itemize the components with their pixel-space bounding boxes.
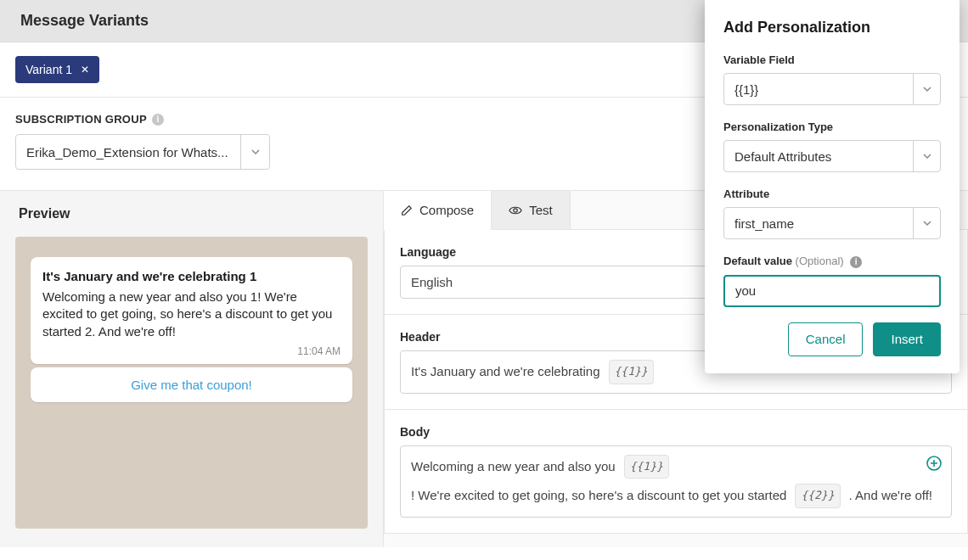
eye-icon <box>509 204 522 216</box>
body-text-b: ! We're excited to get going, so here's … <box>411 484 786 508</box>
svg-point-0 <box>514 208 517 211</box>
variable-field-value: {{1}} <box>724 82 913 97</box>
variable-field-select[interactable]: {{1}} <box>723 73 941 105</box>
tab-compose-label: Compose <box>419 203 474 217</box>
chevron-down-icon <box>913 141 940 171</box>
attribute-label: Attribute <box>723 188 941 200</box>
default-value-label: Default value (Optional) i <box>723 255 941 268</box>
default-value-input-wrap[interactable] <box>723 275 941 307</box>
insert-button[interactable]: Insert <box>873 322 941 356</box>
body-text-a: Welcoming a new year and also you <box>411 455 616 479</box>
personalization-type-select[interactable]: Default Attributes <box>723 140 941 172</box>
header-text: It's January and we're celebrating <box>411 360 600 384</box>
variable-chip[interactable]: {{1}} <box>624 455 669 479</box>
chevron-down-icon <box>240 135 269 169</box>
personalization-type-value: Default Attributes <box>724 149 913 164</box>
pencil-icon <box>401 204 413 216</box>
personalization-panel: Add Personalization Variable Field {{1}}… <box>705 0 960 373</box>
body-text-c: . And we're off! <box>849 484 932 508</box>
attribute-select[interactable]: first_name <box>723 207 941 239</box>
variable-field-label: Variable Field <box>723 53 941 66</box>
preview-message-bubble: It's January and we're celebrating 1 Wel… <box>31 257 352 364</box>
default-value-input[interactable] <box>735 283 929 298</box>
subscription-group-value: Erika_Demo_Extension for Whats... <box>16 145 240 160</box>
subscription-group-label-text: SUBSCRIPTION GROUP <box>15 113 147 126</box>
body-section: Body Welcoming a new year and also you {… <box>384 410 968 534</box>
tab-compose[interactable]: Compose <box>384 191 492 230</box>
subscription-group-select[interactable]: Erika_Demo_Extension for Whats... <box>15 134 270 170</box>
chevron-down-icon <box>913 208 940 238</box>
preview-message-body: Welcoming a new year and also you 1! We'… <box>42 288 340 340</box>
personalization-type-label: Personalization Type <box>723 120 941 133</box>
tab-test-label: Test <box>529 203 553 217</box>
default-value-label-text: Default value <box>723 255 792 267</box>
variant-chip[interactable]: Variant 1 ✕ <box>15 56 99 83</box>
preview-message-title: It's January and we're celebrating 1 <box>42 269 340 283</box>
close-icon[interactable]: ✕ <box>81 64 89 76</box>
body-input[interactable]: Welcoming a new year and also you {{1}} … <box>400 445 952 518</box>
preview-cta-button[interactable]: Give me that coupon! <box>31 367 352 402</box>
variable-chip[interactable]: {{2}} <box>795 484 840 508</box>
attribute-value: first_name <box>724 216 913 231</box>
info-icon[interactable]: i <box>152 114 164 126</box>
body-label: Body <box>400 425 952 439</box>
default-value-optional: (Optional) <box>796 255 844 267</box>
preview-message-time: 11:04 AM <box>42 345 340 357</box>
chevron-down-icon <box>913 74 940 104</box>
info-icon[interactable]: i <box>850 256 862 268</box>
add-personalization-icon[interactable] <box>926 456 942 471</box>
preview-pane: Preview It's January and we're celebrati… <box>0 191 384 547</box>
variable-chip[interactable]: {{1}} <box>609 360 654 384</box>
tab-test[interactable]: Test <box>492 191 571 229</box>
panel-title: Add Personalization <box>723 19 941 36</box>
preview-title: Preview <box>0 191 383 237</box>
preview-canvas: It's January and we're celebrating 1 Wel… <box>15 237 368 529</box>
variant-chip-label: Variant 1 <box>25 63 72 76</box>
cancel-button[interactable]: Cancel <box>788 322 864 356</box>
panel-actions: Cancel Insert <box>723 322 941 356</box>
